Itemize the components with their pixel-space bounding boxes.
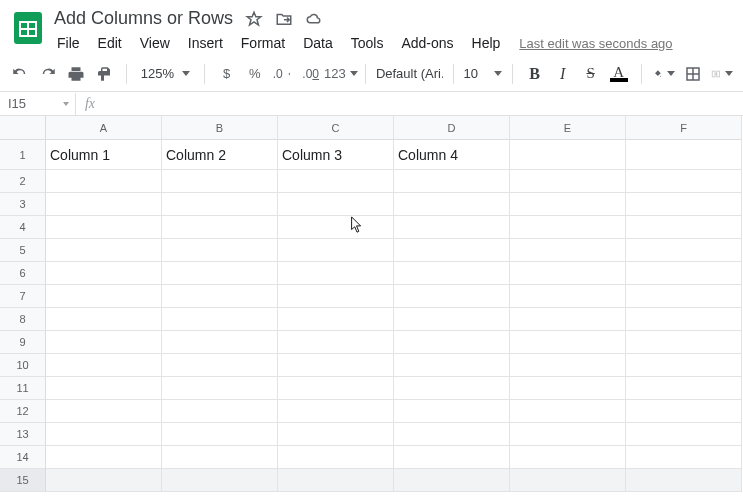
cell-B13[interactable] [162,423,278,446]
cell-C11[interactable] [278,377,394,400]
cell-F1[interactable] [626,140,742,170]
cell-B1[interactable]: Column 2 [162,140,278,170]
cell-F7[interactable] [626,285,742,308]
row-header-14[interactable]: 14 [0,446,46,469]
menu-addons[interactable]: Add-ons [394,33,460,53]
row-header-5[interactable]: 5 [0,239,46,262]
cell-D9[interactable] [394,331,510,354]
cell-E13[interactable] [510,423,626,446]
cell-C7[interactable] [278,285,394,308]
cell-E4[interactable] [510,216,626,239]
cell-A1[interactable]: Column 1 [46,140,162,170]
cell-C2[interactable] [278,170,394,193]
formula-input[interactable] [104,93,743,115]
cell-D12[interactable] [394,400,510,423]
format-currency-button[interactable]: $ [215,61,239,87]
cell-E11[interactable] [510,377,626,400]
cell-A5[interactable] [46,239,162,262]
cell-D10[interactable] [394,354,510,377]
cell-D7[interactable] [394,285,510,308]
cell-B9[interactable] [162,331,278,354]
cell-C8[interactable] [278,308,394,331]
decrease-decimal-button[interactable]: .0 [271,61,295,87]
more-formats-button[interactable]: 123 [327,61,355,87]
cell-C6[interactable] [278,262,394,285]
print-button[interactable] [64,61,88,87]
cell-C9[interactable] [278,331,394,354]
cell-E9[interactable] [510,331,626,354]
col-header-F[interactable]: F [626,116,742,140]
cell-A14[interactable] [46,446,162,469]
cell-B2[interactable] [162,170,278,193]
cell-F9[interactable] [626,331,742,354]
paint-format-button[interactable] [92,61,116,87]
font-family-select[interactable]: Default (Ari... [376,66,443,81]
row-header-12[interactable]: 12 [0,400,46,423]
cell-A4[interactable] [46,216,162,239]
sheets-logo-icon[interactable] [8,8,48,48]
last-edit-link[interactable]: Last edit was seconds ago [519,36,672,51]
format-percent-button[interactable]: % [243,61,267,87]
cell-C4[interactable] [278,216,394,239]
cell-D6[interactable] [394,262,510,285]
cell-F13[interactable] [626,423,742,446]
cell-F2[interactable] [626,170,742,193]
select-all-corner[interactable] [0,116,46,140]
cell-D14[interactable] [394,446,510,469]
cell-B10[interactable] [162,354,278,377]
cell-B3[interactable] [162,193,278,216]
menu-help[interactable]: Help [465,33,508,53]
cell-C3[interactable] [278,193,394,216]
cell-F14[interactable] [626,446,742,469]
cell-D15[interactable] [394,469,510,492]
col-header-B[interactable]: B [162,116,278,140]
menu-format[interactable]: Format [234,33,292,53]
zoom-select[interactable]: 125% [137,66,194,81]
increase-decimal-button[interactable]: .00 [299,61,323,87]
col-header-D[interactable]: D [394,116,510,140]
cell-E14[interactable] [510,446,626,469]
cell-A13[interactable] [46,423,162,446]
star-icon[interactable] [245,10,263,28]
cell-F3[interactable] [626,193,742,216]
cell-E10[interactable] [510,354,626,377]
cell-E1[interactable] [510,140,626,170]
row-header-6[interactable]: 6 [0,262,46,285]
row-header-1[interactable]: 1 [0,140,46,170]
cell-F4[interactable] [626,216,742,239]
cell-B11[interactable] [162,377,278,400]
merge-cells-button[interactable] [709,61,735,87]
cell-F5[interactable] [626,239,742,262]
cell-D5[interactable] [394,239,510,262]
cell-F6[interactable] [626,262,742,285]
cell-B15[interactable] [162,469,278,492]
undo-button[interactable] [8,61,32,87]
menu-tools[interactable]: Tools [344,33,391,53]
font-size-select[interactable]: 10 [463,66,501,81]
cell-B12[interactable] [162,400,278,423]
cell-C10[interactable] [278,354,394,377]
cell-C14[interactable] [278,446,394,469]
menu-view[interactable]: View [133,33,177,53]
cell-D8[interactable] [394,308,510,331]
col-header-C[interactable]: C [278,116,394,140]
cell-A15[interactable] [46,469,162,492]
cell-D1[interactable]: Column 4 [394,140,510,170]
cell-A12[interactable] [46,400,162,423]
col-header-A[interactable]: A [46,116,162,140]
cell-A6[interactable] [46,262,162,285]
menu-data[interactable]: Data [296,33,340,53]
cell-C15[interactable] [278,469,394,492]
cell-A8[interactable] [46,308,162,331]
fill-color-button[interactable] [651,61,677,87]
italic-button[interactable]: I [551,61,575,87]
row-header-8[interactable]: 8 [0,308,46,331]
cell-C1[interactable]: Column 3 [278,140,394,170]
cell-A11[interactable] [46,377,162,400]
menu-insert[interactable]: Insert [181,33,230,53]
cell-B14[interactable] [162,446,278,469]
row-header-2[interactable]: 2 [0,170,46,193]
cell-C13[interactable] [278,423,394,446]
cell-F11[interactable] [626,377,742,400]
row-header-7[interactable]: 7 [0,285,46,308]
